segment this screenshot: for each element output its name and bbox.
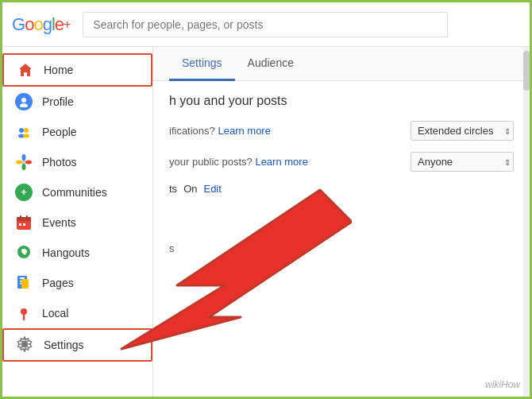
svg-point-7 (23, 134, 29, 138)
sidebar-item-profile[interactable]: Profile (2, 87, 152, 117)
svg-point-9 (22, 154, 26, 161)
svg-point-3 (16, 124, 32, 140)
google-plus-logo: Google+ (12, 14, 70, 35)
edit-link[interactable]: Edit (203, 183, 221, 195)
sidebar-item-hangouts-label: Hangouts (42, 246, 90, 259)
sidebar-item-communities[interactable]: + Communities (2, 177, 152, 207)
settings-body: h you and your posts ifications? Learn m… (153, 81, 530, 267)
setting-row-notifications: ifications? Learn more Extended circles … (169, 121, 514, 141)
dropdown-notifications[interactable]: Extended circles Your circles Only you (411, 121, 514, 141)
main-content: Settings Audience h you and your posts i… (153, 47, 530, 397)
dropdown-wrapper-public: Anyone Extended circles Your circles (411, 152, 514, 172)
sidebar-item-settings-label: Settings (44, 339, 84, 351)
logo-o2: o (33, 14, 42, 35)
svg-point-1 (21, 98, 26, 103)
svg-rect-17 (17, 217, 31, 221)
svg-rect-18 (20, 215, 21, 219)
sidebar-item-local-label: Local (42, 307, 68, 320)
sidebar-item-people-label: People (42, 126, 77, 138)
logo-e: e (55, 14, 64, 35)
svg-point-11 (22, 164, 26, 170)
logo-g: G (12, 14, 25, 35)
main-layout: Home Profile Pe (2, 47, 530, 397)
profile-icon (15, 93, 33, 110)
setting-row-on-edit: ts On Edit (169, 183, 514, 195)
svg-point-12 (16, 161, 22, 165)
svg-point-2 (20, 103, 28, 107)
setting-row-public-posts: your public posts? Learn more Anyone Ext… (169, 152, 514, 172)
sidebar-item-home-label: Home (44, 64, 73, 76)
search-input[interactable] (83, 12, 448, 37)
logo-o1: o (25, 14, 33, 35)
scrollbar[interactable] (523, 47, 530, 397)
sidebar-item-pages-label: Pages (42, 277, 74, 289)
svg-rect-20 (19, 223, 21, 226)
setting-status: On (183, 183, 197, 195)
tab-bar: Settings Audience (153, 47, 530, 81)
sidebar-item-settings[interactable]: Settings (2, 328, 152, 362)
logo-g2: g (43, 14, 52, 35)
tab-audience[interactable]: Audience (235, 47, 306, 81)
wikihow-watermark: wikiHow (485, 379, 520, 390)
events-icon (15, 214, 33, 231)
svg-rect-19 (26, 215, 28, 219)
section-title: h you and your posts (169, 94, 514, 108)
photos-icon (15, 153, 33, 171)
setting-label-notifications: ifications? Learn more (169, 125, 411, 137)
svg-point-4 (19, 128, 24, 133)
svg-marker-0 (19, 64, 32, 76)
gear-icon (17, 336, 34, 354)
setting-prefix: ts (169, 183, 177, 195)
sidebar-item-hangouts[interactable]: Hangouts (2, 238, 152, 268)
sidebar-item-photos[interactable]: Photos (2, 147, 152, 177)
communities-icon: + (15, 184, 33, 201)
sidebar-item-home[interactable]: Home (2, 53, 152, 87)
sidebar: Home Profile Pe (2, 47, 153, 397)
logo-plus: + (64, 17, 70, 32)
svg-rect-24 (20, 277, 25, 279)
learn-more-notifications[interactable]: Learn more (218, 125, 270, 137)
bottom-partial: s (169, 242, 514, 254)
home-icon (17, 61, 34, 79)
svg-point-10 (25, 161, 32, 165)
sidebar-item-profile-label: Profile (42, 95, 74, 108)
svg-rect-21 (23, 223, 25, 226)
svg-text:+: + (21, 187, 26, 198)
dropdown-wrapper-notifications: Extended circles Your circles Only you (411, 121, 514, 141)
local-icon (15, 304, 33, 322)
sidebar-item-events[interactable]: Events (2, 207, 152, 238)
svg-rect-27 (21, 279, 29, 289)
sidebar-item-communities-label: Communities (42, 186, 107, 199)
sidebar-item-events-label: Events (42, 216, 76, 229)
hangouts-icon (15, 244, 33, 261)
sidebar-item-pages[interactable]: Pages (2, 268, 152, 298)
scroll-thumb[interactable] (523, 51, 530, 91)
sidebar-item-photos-label: Photos (42, 156, 77, 169)
sidebar-item-local[interactable]: Local (2, 298, 152, 328)
svg-point-5 (24, 128, 29, 133)
dropdown-public[interactable]: Anyone Extended circles Your circles (411, 152, 514, 172)
on-edit-row: ts On Edit (169, 183, 222, 195)
people-icon (15, 123, 33, 141)
header: Google+ (2, 2, 530, 47)
learn-more-public[interactable]: Learn more (255, 156, 307, 168)
tab-settings[interactable]: Settings (169, 47, 235, 81)
pages-icon (15, 274, 33, 292)
setting-label-public-posts: your public posts? Learn more (169, 156, 411, 168)
sidebar-item-people[interactable]: People (2, 117, 152, 147)
